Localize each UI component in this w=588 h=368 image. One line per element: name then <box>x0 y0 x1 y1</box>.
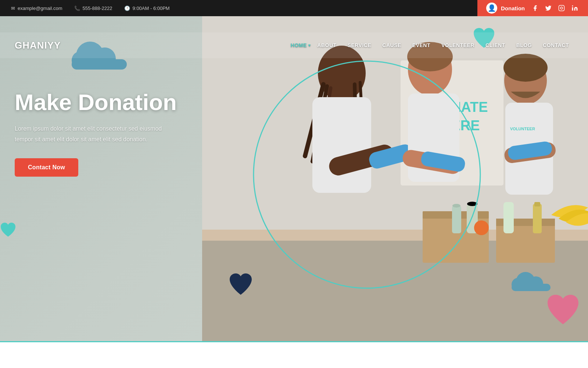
hero-section: DONATE HERE <box>0 16 588 342</box>
contact-now-button[interactable]: Contact Now <box>15 158 78 177</box>
topbar-hours: 🕐 9:00AM - 6:00PM <box>124 6 170 11</box>
nav-item-client[interactable]: CLIENT <box>481 42 510 49</box>
svg-text:VOLUNTEER: VOLUNTEER <box>510 127 535 131</box>
linkedin-icon[interactable] <box>570 4 579 13</box>
topbar-phone: 📞 555-888-2222 <box>74 6 112 11</box>
phone-icon: 📞 <box>74 6 80 11</box>
facebook-icon[interactable] <box>531 4 539 13</box>
twitter-icon[interactable] <box>544 4 553 13</box>
circle-frame <box>253 61 481 289</box>
svg-point-47 <box>474 220 489 235</box>
svg-point-2 <box>572 6 573 7</box>
nav-item-cause[interactable]: CAUSE <box>378 42 406 49</box>
instagram-icon[interactable] <box>557 4 566 13</box>
nav-link-service[interactable]: SERVICE <box>343 40 376 50</box>
topbar-donation: 👤 Donation <box>486 3 525 14</box>
topbar: ✉ example@gmail.com 📞 555-888-2222 🕐 9:0… <box>0 0 588 16</box>
svg-rect-0 <box>559 6 564 11</box>
cloud-decoration-2 <box>511 270 551 293</box>
nav-item-service[interactable]: SERVICE <box>343 42 376 49</box>
email-icon: ✉ <box>11 6 15 11</box>
site-logo[interactable]: GHANIYY <box>15 40 61 51</box>
nav-link-volunteer[interactable]: VOLENTEER <box>437 40 479 50</box>
nav-menu: HOME ▾ ABOUT SERVICE CAUSE EVENT VOLENTE… <box>291 36 573 55</box>
social-icons <box>531 4 579 13</box>
svg-rect-57 <box>512 284 551 291</box>
nav-link-event[interactable]: EVENT <box>408 40 435 50</box>
topbar-left: ✉ example@gmail.com 📞 555-888-2222 🕐 9:0… <box>11 6 170 11</box>
nav-link-blog[interactable]: BLOG <box>512 40 536 50</box>
topbar-right: 👤 Donation <box>477 0 588 16</box>
hero-content: Make Donation Lorem ipsum dolor sit amet… <box>15 90 177 177</box>
hero-title: Make Donation <box>15 90 177 115</box>
nav-item-event[interactable]: EVENT <box>408 42 435 49</box>
nav-item-blog[interactable]: BLOG <box>512 42 536 49</box>
svg-rect-48 <box>533 204 542 233</box>
teal-heart-decoration <box>0 222 17 239</box>
svg-rect-53 <box>72 59 127 70</box>
svg-rect-44 <box>503 202 514 233</box>
hero-bottom-line <box>0 341 588 342</box>
nav-link-about[interactable]: ABOUT <box>313 40 341 50</box>
nav-link-cause[interactable]: CAUSE <box>378 40 406 50</box>
nav-link-home[interactable]: HOME ▾ <box>291 34 311 57</box>
clock-icon: 🕐 <box>124 6 130 11</box>
dark-heart-decoration <box>228 273 254 298</box>
nav-link-contact[interactable]: CONTACT <box>538 40 573 50</box>
pink-heart-decoration <box>546 294 581 328</box>
home-dropdown-icon: ▾ <box>308 43 311 48</box>
hero-description: Lorem ipsum dolor sit amet elit consecte… <box>15 124 177 145</box>
nav-item-about[interactable]: ABOUT <box>313 42 341 49</box>
nav-item-contact[interactable]: CONTACT <box>538 42 573 49</box>
navbar: GHANIYY HOME ▾ ABOUT SERVICE CAUSE EVENT… <box>0 32 588 58</box>
nav-link-client[interactable]: CLIENT <box>481 40 510 50</box>
nav-item-home[interactable]: HOME ▾ <box>291 36 311 55</box>
svg-rect-49 <box>534 202 540 206</box>
nav-item-volunteer[interactable]: VOLENTEER <box>437 42 479 49</box>
user-avatar-icon: 👤 <box>486 3 497 14</box>
topbar-email: ✉ example@gmail.com <box>11 6 62 11</box>
